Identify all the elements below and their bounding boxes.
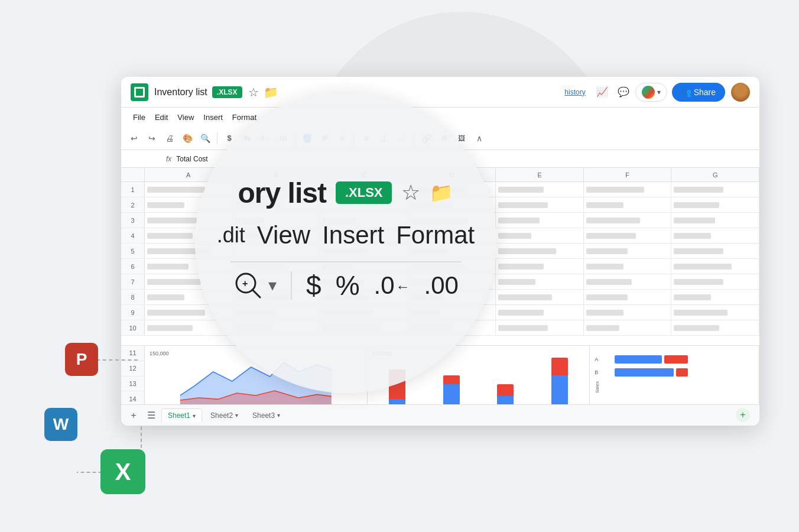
row-number: 8 <box>121 290 145 304</box>
grid-cell[interactable] <box>671 197 759 212</box>
bar-blue-3 <box>497 396 514 405</box>
grid-cell[interactable] <box>671 228 759 243</box>
grid-cell[interactable] <box>584 305 672 320</box>
grid-cell[interactable] <box>496 259 584 274</box>
sheet-list-button[interactable]: ☰ <box>144 408 159 423</box>
more-button[interactable]: ∧ <box>471 130 488 147</box>
bar-red-3 <box>497 384 514 396</box>
row-number: 10 <box>121 320 145 335</box>
grid-cell[interactable] <box>584 213 672 228</box>
row-number: 12 <box>121 361 144 377</box>
bar-blue-2 <box>443 384 460 405</box>
grid-cell[interactable] <box>671 259 759 274</box>
grid-cell[interactable] <box>496 182 584 197</box>
folder-icon[interactable]: 📁 <box>264 85 278 99</box>
add-sheet-icon-btn[interactable]: + <box>736 408 750 422</box>
grid-cell[interactable] <box>584 182 672 197</box>
magnified-title: ory list <box>238 177 326 209</box>
col-header-f[interactable]: F <box>584 168 672 181</box>
bar-blue-4 <box>551 375 568 405</box>
grid-cell[interactable] <box>496 244 584 258</box>
share-button[interactable]: 👥 Share <box>672 83 725 102</box>
sheet-tab-1[interactable]: Sheet1 ▾ <box>161 408 202 422</box>
h-bar-blue-b <box>615 368 674 377</box>
menu-bar: File Edit View Insert Format <box>121 108 759 126</box>
sheet-tabs: + ☰ Sheet1 ▾ Sheet2 ▾ Sheet3 ▾ + <box>121 404 759 426</box>
h-bar-blue-a <box>615 355 662 364</box>
grid-cell[interactable] <box>671 182 759 197</box>
grid-cell[interactable] <box>496 274 584 289</box>
menu-insert[interactable]: Insert <box>199 111 228 124</box>
xlsx-badge: .XLSX <box>212 86 242 98</box>
sheet-2-chevron: ▾ <box>235 412 238 419</box>
grid-cell[interactable] <box>496 197 584 212</box>
grid-cell[interactable] <box>671 305 759 320</box>
grid-cell[interactable] <box>496 290 584 304</box>
grid-cell[interactable] <box>584 320 672 335</box>
sheets-logo <box>134 87 145 98</box>
magnifier-content: ory list .XLSX ☆ 📁 .dit View Insert Form… <box>195 177 496 309</box>
grid-cell[interactable] <box>584 244 672 258</box>
row-number: 3 <box>121 213 145 228</box>
zoom-button[interactable]: 🔍 <box>197 130 213 147</box>
row-number: 11 <box>121 346 144 361</box>
title-bar: Inventory list .XLSX ☆ 📁 history 📈 💬 ▾ 👥… <box>121 77 759 108</box>
row-num-header <box>121 168 145 181</box>
add-sheet-button[interactable]: + <box>126 408 141 423</box>
sheet-3-label: Sheet3 <box>252 411 275 420</box>
menu-view[interactable]: View <box>173 111 199 124</box>
magnified-toolbar-separator <box>291 271 292 300</box>
print-button[interactable]: 🖨 <box>161 130 178 147</box>
h-bar-groups: A B Sales <box>595 351 754 393</box>
grid-cell[interactable] <box>584 290 672 304</box>
grid-cell[interactable] <box>671 244 759 258</box>
grid-cell[interactable] <box>496 213 584 228</box>
grid-cell[interactable] <box>671 213 759 228</box>
sheets-app-icon <box>131 83 148 101</box>
sheet-tab-2[interactable]: Sheet2 ▾ <box>204 409 244 422</box>
chat-icon-btn[interactable]: 💬 <box>614 83 633 102</box>
magnified-menu-edit: .dit <box>217 223 245 248</box>
paint-format-button[interactable]: 🎨 <box>179 130 196 147</box>
history-link[interactable]: history <box>564 88 585 96</box>
magnified-zoom-group: + ▾ <box>233 270 277 301</box>
grid-cell[interactable] <box>584 274 672 289</box>
grid-cell[interactable] <box>584 197 672 212</box>
grid-cell[interactable] <box>671 320 759 335</box>
share-icon: 👥 <box>681 87 691 97</box>
sheet-1-chevron: ▾ <box>193 413 196 419</box>
row-number: 4 <box>121 228 145 243</box>
grid-cell[interactable] <box>584 228 672 243</box>
row-number: 9 <box>121 305 145 320</box>
menu-edit[interactable]: Edit <box>150 111 173 124</box>
grid-cell[interactable] <box>584 259 672 274</box>
bar-group-4 <box>535 358 584 405</box>
connector-line-1 <box>96 359 138 361</box>
grid-cell[interactable] <box>496 305 584 320</box>
sheet-3-chevron: ▾ <box>277 412 280 419</box>
row-number: 6 <box>121 259 145 274</box>
magnified-title-row: ory list .XLSX ☆ 📁 <box>238 177 454 209</box>
grid-cell[interactable] <box>496 228 584 243</box>
star-icon[interactable]: ☆ <box>248 85 259 99</box>
row-number: 7 <box>121 274 145 289</box>
meet-button[interactable]: ▾ <box>635 83 667 102</box>
bar-red-4 <box>551 358 568 375</box>
grid-cell[interactable] <box>671 290 759 304</box>
col-header-e[interactable]: E <box>496 168 584 181</box>
grid-cell[interactable] <box>496 320 584 335</box>
menu-file[interactable]: File <box>128 111 150 124</box>
bar-group-2 <box>427 375 476 405</box>
h-bar-row-a: A <box>595 355 754 364</box>
col-header-g[interactable]: G <box>671 168 759 181</box>
redo-button[interactable]: ↪ <box>144 130 160 147</box>
bar-group-3 <box>480 384 530 405</box>
trending-icon-btn[interactable]: 📈 <box>593 83 612 102</box>
meet-label: ▾ <box>657 88 661 96</box>
undo-button[interactable]: ↩ <box>126 130 142 147</box>
sheet-tab-3[interactable]: Sheet3 ▾ <box>246 409 286 422</box>
magnified-menu-row: .dit View Insert Format <box>217 221 475 249</box>
sheet-2-label: Sheet2 <box>210 411 233 420</box>
grid-cell[interactable] <box>671 274 759 289</box>
user-avatar[interactable] <box>731 83 750 102</box>
